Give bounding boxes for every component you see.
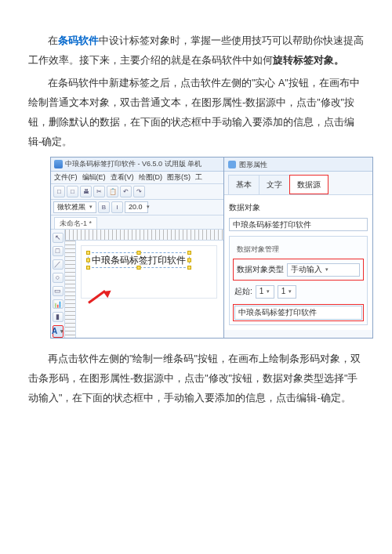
screenshot: 中琅条码标签打印软件 - V6.5.0 试用版 单机 文件(F) 编辑(E) 查… (50, 157, 373, 339)
data-object-manager: 数据对象管理 数据对象类型 手动输入 起始: 1 1 中琅条码标签打印软件 (229, 236, 368, 325)
step-paragraph: 在条码软件中新建标签之后，点击软件左侧的"实心 A"按钮，在画布中绘制普通文本对… (28, 74, 364, 152)
annotation-arrow-icon (89, 302, 112, 325)
menu-more[interactable]: 工 (195, 173, 202, 182)
properties-body: 数据对象 中琅条码标签打印软件 数据对象管理 数据对象类型 手动输入 起始: 1… (224, 195, 372, 330)
stage: ↖ □ ／ ○ ▭ 📊 ▮ A 中琅条码标签打印软件 (51, 230, 223, 338)
titlebar: 中琅条码标签打印软件 - V6.5.0 试用版 单机 (51, 158, 223, 172)
undo-icon[interactable]: ↶ (120, 186, 132, 197)
handle-l[interactable] (86, 259, 90, 263)
main-toolbar: □ □ 🖶 ✂ 📋 ↶ ↷ (51, 184, 223, 200)
paste-icon[interactable]: 📋 (107, 186, 118, 197)
handle-tl[interactable] (86, 251, 90, 255)
handle-r[interactable] (187, 259, 191, 263)
font-family-select[interactable]: 微软雅黑 (53, 201, 96, 213)
shape-tool-icon[interactable]: ▭ (53, 286, 64, 296)
property-tabs: 基本 文字 数据源 (224, 172, 372, 195)
start-spinner[interactable]: 1 (256, 285, 274, 299)
intro-paragraph: 在条码软件中设计标签对象时，掌握一些使用技巧可以帮助你快速提高工作效率。接下来，… (28, 31, 364, 71)
data-object-label: 数据对象 (229, 200, 368, 215)
menu-view[interactable]: 查看(V) (111, 173, 134, 182)
app-logo-icon (54, 160, 63, 168)
qrcode-tool-icon[interactable]: ▮ (53, 312, 64, 322)
handle-bl[interactable] (86, 266, 90, 270)
side-toolbar: ↖ □ ／ ○ ▭ 📊 ▮ A (51, 230, 65, 338)
rotate-bold: 旋转标签对象。 (273, 55, 344, 66)
type-row: 数据对象类型 手动输入 (234, 260, 362, 279)
ruler-vertical (65, 241, 76, 338)
step-paragraph-2: 再点击软件左侧的"绘制一维条码"按钮，在画布上绘制条形码对象，双击条形码，在图形… (28, 349, 364, 408)
menubar[interactable]: 文件(F) 编辑(E) 查看(V) 绘图(D) 图形(S) 工 (51, 172, 223, 184)
start-spinner-2[interactable]: 1 (278, 285, 296, 299)
handle-br[interactable] (187, 266, 191, 270)
properties-title: 图形属性 (239, 158, 267, 172)
window-title: 中琅条码标签打印软件 - V6.5.0 试用版 单机 (65, 160, 201, 168)
tab-basic[interactable]: 基本 (228, 175, 260, 194)
handle-b[interactable] (137, 266, 141, 270)
canvas[interactable]: 中琅条码标签打印软件 (65, 230, 223, 338)
menu-edit[interactable]: 编辑(E) (82, 173, 106, 182)
menu-shape[interactable]: 图形(S) (167, 173, 191, 182)
ruler-horizontal (65, 230, 223, 241)
properties-icon (228, 161, 236, 168)
italic-icon[interactable]: I (111, 201, 123, 213)
start-row: 起始: 1 1 (234, 284, 362, 299)
print-icon[interactable]: 🖶 (80, 186, 92, 197)
data-object-value[interactable]: 中琅条码标签打印软件 (229, 218, 368, 231)
type-select[interactable]: 手动输入 (287, 263, 360, 277)
handle-t[interactable] (137, 251, 141, 255)
ellipse-tool-icon[interactable]: ○ (53, 273, 64, 283)
tab-datasource[interactable]: 数据源 (289, 175, 328, 194)
font-size-select[interactable]: 20.0 (125, 201, 148, 213)
barcode-tool-icon[interactable]: 📊 (53, 299, 64, 310)
start-label: 起始: (234, 284, 252, 299)
barcode-software-link[interactable]: 条码软件 (58, 35, 99, 46)
redo-icon[interactable]: ↷ (133, 186, 145, 197)
text-object-content: 中琅条码标签打印软件 (92, 255, 186, 266)
cut-icon[interactable]: ✂ (93, 186, 105, 197)
pointer-tool-icon[interactable]: ↖ (53, 233, 64, 243)
bold-icon[interactable]: B (98, 201, 110, 213)
new-icon[interactable]: □ (53, 186, 65, 197)
tab-text[interactable]: 文字 (259, 175, 290, 194)
handle-tr[interactable] (187, 251, 191, 255)
font-toolbar: 微软雅黑 B I 20.0 (51, 200, 223, 215)
text-tool-a-icon[interactable]: A (53, 325, 64, 338)
document-tabs: 未命名-1 * (51, 215, 223, 230)
properties-panel: 图形属性 基本 文字 数据源 数据对象 中琅条码标签打印软件 数据对象管理 数据… (224, 157, 373, 339)
manual-input-field[interactable]: 中琅条码标签打印软件 (234, 306, 362, 320)
open-icon[interactable]: □ (67, 186, 78, 197)
menu-file[interactable]: 文件(F) (54, 173, 78, 182)
properties-titlebar: 图形属性 (224, 158, 372, 172)
line-tool-icon[interactable]: ／ (53, 259, 64, 270)
manager-title: 数据对象管理 (234, 242, 281, 256)
menu-draw[interactable]: 绘图(D) (139, 173, 163, 182)
file-tab[interactable]: 未命名-1 * (54, 217, 97, 229)
rect-tool-icon[interactable]: □ (53, 246, 64, 256)
text-object[interactable]: 中琅条码标签打印软件 (88, 252, 190, 268)
type-label: 数据对象类型 (237, 262, 284, 277)
barcode-app-window: 中琅条码标签打印软件 - V6.5.0 试用版 单机 文件(F) 编辑(E) 查… (50, 157, 224, 339)
label-page[interactable]: 中琅条码标签打印软件 (81, 245, 217, 299)
text: 在 (48, 35, 58, 46)
